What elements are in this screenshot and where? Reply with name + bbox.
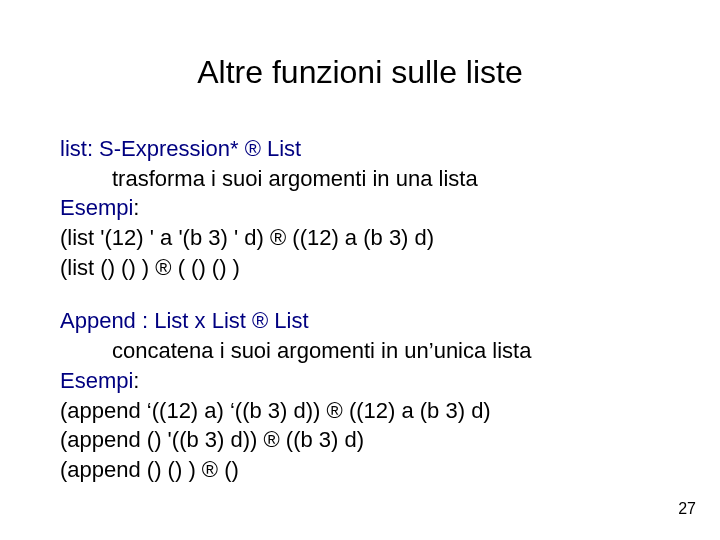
- example-text: (list '(12) ' a '(b 3) ' d): [60, 225, 270, 250]
- sig-text: List: [261, 136, 301, 161]
- esempi-label-row: Esempi:: [60, 366, 660, 396]
- example-text: ((b 3) d): [280, 427, 364, 452]
- list-signature: list: S-Expression* ® List: [60, 134, 660, 164]
- slide-body: list: S-Expression* ® List trasforma i s…: [60, 134, 660, 509]
- arrow-icon: ®: [155, 255, 171, 280]
- slide: Altre funzioni sulle liste list: S-Expre…: [0, 0, 720, 540]
- example-text: (): [218, 457, 239, 482]
- append-example-3: (append () () ) ® (): [60, 455, 660, 485]
- list-example-1: (list '(12) ' a '(b 3) ' d) ® ((12) a (b…: [60, 223, 660, 253]
- sig-text: list: S-Expression*: [60, 136, 245, 161]
- list-description: trasforma i suoi argomenti in una lista: [112, 164, 660, 194]
- append-signature: Append : List x List ® List: [60, 306, 660, 336]
- example-text: ((12) a (b 3) d): [286, 225, 434, 250]
- esempi-label-row: Esempi:: [60, 193, 660, 223]
- page-number: 27: [678, 500, 696, 518]
- example-text: (append () '((b 3) d)): [60, 427, 264, 452]
- append-example-2: (append () '((b 3) d)) ® ((b 3) d): [60, 425, 660, 455]
- sig-text: Append : List x List: [60, 308, 252, 333]
- slide-title: Altre funzioni sulle liste: [0, 54, 720, 91]
- list-example-2: (list () () ) ® ( () () ): [60, 253, 660, 283]
- arrow-icon: ®: [252, 308, 268, 333]
- arrow-icon: ®: [264, 427, 280, 452]
- example-text: ((12) a (b 3) d): [343, 398, 491, 423]
- esempi-colon: :: [133, 195, 139, 220]
- block-list: list: S-Expression* ® List trasforma i s…: [60, 134, 660, 282]
- arrow-icon: ®: [202, 457, 218, 482]
- append-example-1: (append ‘((12) a) ‘((b 3) d)) ® ((12) a …: [60, 396, 660, 426]
- esempi-label: Esempi: [60, 368, 133, 393]
- arrow-icon: ®: [327, 398, 343, 423]
- example-text: (list () () ): [60, 255, 155, 280]
- append-description: concatena i suoi argomenti in un’unica l…: [112, 336, 660, 366]
- arrow-icon: ®: [270, 225, 286, 250]
- example-text: (append ‘((12) a) ‘((b 3) d)): [60, 398, 327, 423]
- example-text: ( () () ): [172, 255, 240, 280]
- block-append: Append : List x List ® List concatena i …: [60, 306, 660, 484]
- esempi-colon: :: [133, 368, 139, 393]
- arrow-icon: ®: [245, 136, 261, 161]
- example-text: (append () () ): [60, 457, 202, 482]
- sig-text: List: [268, 308, 308, 333]
- esempi-label: Esempi: [60, 195, 133, 220]
